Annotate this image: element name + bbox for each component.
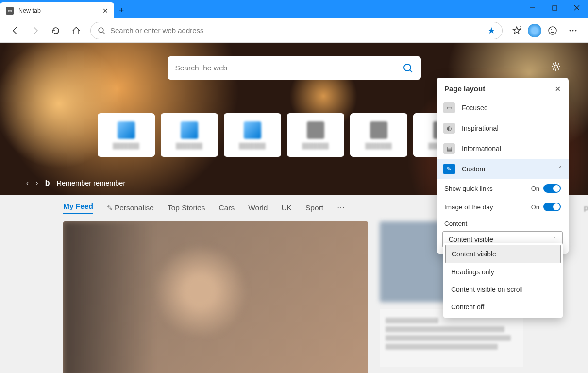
toggle-quick-links: Show quick links On [437, 179, 569, 198]
feed-tab-world[interactable]: World [248, 203, 268, 212]
chevron-up-icon: ˄ [559, 166, 562, 172]
content-option-headings[interactable]: Headings only [445, 263, 561, 281]
layout-option-inspirational[interactable]: ◐ Inspirational [437, 118, 569, 138]
content-option-scroll[interactable]: Content visible on scroll [445, 281, 561, 298]
svg-line-15 [410, 70, 412, 72]
feed-main-story[interactable] [63, 221, 368, 373]
chevron-down-icon: ˅ [554, 237, 556, 243]
window-controls [521, 0, 588, 16]
svg-point-10 [554, 29, 554, 30]
tab-close-icon[interactable]: ✕ [102, 7, 108, 15]
pencil-icon: ✎ [107, 204, 115, 212]
layout-label: Inspirational [462, 124, 499, 132]
svg-point-8 [549, 27, 556, 34]
panel-close-icon[interactable]: ✕ [555, 85, 561, 93]
ticker-next-icon[interactable]: › [35, 179, 38, 187]
feed-tab-personalise[interactable]: ✎ Personalise [107, 203, 154, 212]
content-option-visible[interactable]: Content visible [445, 245, 561, 263]
content-dropdown: Content visible Headings only Content vi… [443, 243, 563, 318]
news-ticker: ‹ › b Remember remember [26, 179, 125, 187]
tab-favicon: ▭ [6, 7, 14, 15]
new-tab-button[interactable]: + [114, 2, 129, 18]
layout-option-focused[interactable]: ▭ Focused [437, 98, 569, 118]
feed-tab-cars[interactable]: Cars [218, 203, 235, 212]
toggle-image-of-day: Image of the day On [437, 198, 569, 216]
feed-tab-more-icon[interactable]: ⋯ [337, 203, 345, 212]
quick-link-tile[interactable]: ███████ [350, 113, 407, 157]
svg-point-14 [404, 64, 411, 71]
ticker-prev-icon[interactable]: ‹ [26, 179, 29, 187]
toggle-state: On [531, 185, 539, 192]
home-button[interactable] [67, 21, 85, 40]
svg-point-9 [551, 29, 552, 30]
informational-icon: ▤ [443, 143, 455, 154]
svg-rect-1 [553, 6, 557, 10]
minimize-button[interactable] [521, 0, 543, 16]
browser-tab[interactable]: ▭ New tab ✕ [0, 2, 114, 18]
search-icon [98, 27, 105, 34]
quick-links-toggle[interactable] [543, 184, 561, 193]
forward-button[interactable] [26, 21, 45, 40]
feed-tab-uk[interactable]: UK [281, 203, 292, 212]
svg-point-12 [572, 30, 574, 31]
hero-search-icon[interactable] [403, 63, 413, 73]
content-selected-value: Content visible [449, 236, 493, 243]
toggle-state: On [531, 203, 539, 211]
feed-tab-topstories[interactable]: Top Stories [168, 203, 205, 212]
favorite-star-icon[interactable]: ★ [487, 25, 495, 36]
quick-link-tile[interactable]: ███████ [98, 113, 155, 157]
address-bar[interactable]: ★ [90, 22, 503, 39]
svg-point-11 [570, 30, 571, 31]
refresh-button[interactable] [47, 21, 65, 40]
close-window-button[interactable] [566, 0, 588, 16]
titlebar: ▭ New tab ✕ + [0, 0, 588, 18]
toggle-label: Image of the day [444, 203, 493, 211]
layout-label: Focused [462, 104, 488, 112]
address-input[interactable] [110, 26, 483, 34]
panel-header: Page layout ✕ [437, 78, 569, 98]
ticker-headline[interactable]: Remember remember [56, 179, 125, 187]
image-of-day-toggle[interactable] [543, 203, 561, 211]
bing-logo-icon: b [45, 179, 50, 187]
favorites-button[interactable] [507, 21, 526, 40]
quick-link-tile[interactable]: ███████ [161, 113, 218, 157]
feed-tab-sport[interactable]: Sport [305, 203, 323, 212]
hero-search-bar[interactable] [168, 56, 421, 80]
profile-avatar[interactable] [528, 24, 541, 37]
quick-link-tile[interactable]: ███████ [287, 113, 344, 157]
layout-option-informational[interactable]: ▤ Informational [437, 138, 569, 159]
maximize-button[interactable] [543, 0, 566, 16]
tab-title: New tab [18, 7, 41, 14]
custom-pencil-icon: ✎ [443, 164, 455, 174]
page-layout-panel: Page layout ✕ ▭ Focused ◐ Inspirational … [437, 78, 569, 254]
focused-icon: ▭ [443, 102, 455, 113]
quick-link-tile[interactable]: ███████ [224, 113, 281, 157]
toolbar: ★ [0, 18, 588, 43]
page-settings-gear-icon[interactable] [551, 61, 561, 72]
layout-label: Custom [462, 165, 485, 173]
feed-side-article[interactable] [380, 309, 523, 367]
content-section-label: Content [437, 216, 569, 229]
hero-search-input[interactable] [175, 64, 403, 72]
quick-links-row: ███████ ███████ ███████ ███████ ███████ … [98, 113, 491, 157]
more-menu-icon[interactable] [564, 21, 582, 40]
feed-side-label: p [584, 203, 588, 212]
feed-tab-myfeed[interactable]: My Feed [63, 202, 93, 214]
content-option-off[interactable]: Content off [445, 298, 561, 316]
inspirational-icon: ◐ [443, 123, 455, 134]
svg-point-13 [575, 30, 577, 31]
feedback-smiley-icon[interactable] [543, 21, 562, 40]
layout-label: Informational [462, 145, 501, 153]
back-button[interactable] [6, 21, 24, 40]
layout-option-custom[interactable]: ✎ Custom ˄ [437, 159, 569, 179]
toggle-label: Show quick links [444, 185, 493, 192]
svg-line-5 [103, 32, 105, 34]
svg-point-16 [554, 65, 558, 68]
panel-title: Page layout [444, 85, 485, 93]
svg-point-4 [99, 28, 103, 33]
